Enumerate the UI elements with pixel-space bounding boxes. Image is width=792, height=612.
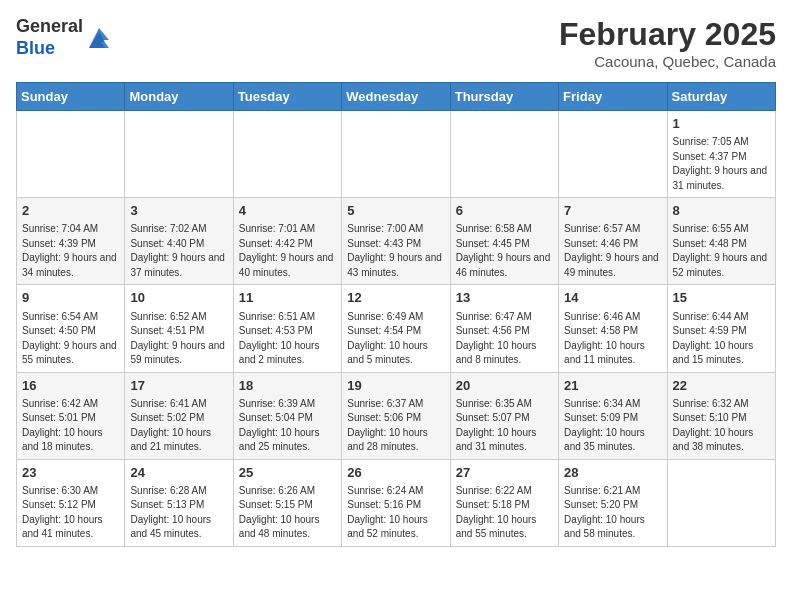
day-number: 4 [239,202,336,220]
calendar-cell: 13Sunrise: 6:47 AM Sunset: 4:56 PM Dayli… [450,285,558,372]
day-number: 13 [456,289,553,307]
day-number: 19 [347,377,444,395]
day-info: Sunrise: 6:58 AM Sunset: 4:45 PM Dayligh… [456,222,553,280]
day-info: Sunrise: 6:26 AM Sunset: 5:15 PM Dayligh… [239,484,336,542]
calendar-cell: 27Sunrise: 6:22 AM Sunset: 5:18 PM Dayli… [450,459,558,546]
calendar-week-row: 16Sunrise: 6:42 AM Sunset: 5:01 PM Dayli… [17,372,776,459]
day-info: Sunrise: 6:41 AM Sunset: 5:02 PM Dayligh… [130,397,227,455]
day-number: 16 [22,377,119,395]
day-info: Sunrise: 7:04 AM Sunset: 4:39 PM Dayligh… [22,222,119,280]
calendar-cell: 7Sunrise: 6:57 AM Sunset: 4:46 PM Daylig… [559,198,667,285]
calendar-cell: 10Sunrise: 6:52 AM Sunset: 4:51 PM Dayli… [125,285,233,372]
day-info: Sunrise: 6:37 AM Sunset: 5:06 PM Dayligh… [347,397,444,455]
day-info: Sunrise: 6:24 AM Sunset: 5:16 PM Dayligh… [347,484,444,542]
day-number: 9 [22,289,119,307]
calendar-cell: 16Sunrise: 6:42 AM Sunset: 5:01 PM Dayli… [17,372,125,459]
day-info: Sunrise: 6:57 AM Sunset: 4:46 PM Dayligh… [564,222,661,280]
logo-general: General [16,16,83,36]
calendar-cell: 22Sunrise: 6:32 AM Sunset: 5:10 PM Dayli… [667,372,775,459]
calendar-cell: 3Sunrise: 7:02 AM Sunset: 4:40 PM Daylig… [125,198,233,285]
calendar-cell: 12Sunrise: 6:49 AM Sunset: 4:54 PM Dayli… [342,285,450,372]
day-info: Sunrise: 6:52 AM Sunset: 4:51 PM Dayligh… [130,310,227,368]
day-info: Sunrise: 6:39 AM Sunset: 5:04 PM Dayligh… [239,397,336,455]
calendar-cell: 4Sunrise: 7:01 AM Sunset: 4:42 PM Daylig… [233,198,341,285]
day-number: 26 [347,464,444,482]
day-number: 17 [130,377,227,395]
calendar-cell: 1Sunrise: 7:05 AM Sunset: 4:37 PM Daylig… [667,111,775,198]
day-info: Sunrise: 6:35 AM Sunset: 5:07 PM Dayligh… [456,397,553,455]
calendar-day-header: Tuesday [233,83,341,111]
day-number: 1 [673,115,770,133]
day-number: 12 [347,289,444,307]
day-number: 18 [239,377,336,395]
calendar-cell: 15Sunrise: 6:44 AM Sunset: 4:59 PM Dayli… [667,285,775,372]
day-info: Sunrise: 6:49 AM Sunset: 4:54 PM Dayligh… [347,310,444,368]
day-info: Sunrise: 6:42 AM Sunset: 5:01 PM Dayligh… [22,397,119,455]
day-number: 5 [347,202,444,220]
calendar-header-row: SundayMondayTuesdayWednesdayThursdayFrid… [17,83,776,111]
day-info: Sunrise: 7:00 AM Sunset: 4:43 PM Dayligh… [347,222,444,280]
calendar-cell: 9Sunrise: 6:54 AM Sunset: 4:50 PM Daylig… [17,285,125,372]
calendar-cell: 19Sunrise: 6:37 AM Sunset: 5:06 PM Dayli… [342,372,450,459]
calendar-cell: 14Sunrise: 6:46 AM Sunset: 4:58 PM Dayli… [559,285,667,372]
day-info: Sunrise: 6:46 AM Sunset: 4:58 PM Dayligh… [564,310,661,368]
calendar-cell [667,459,775,546]
calendar-cell: 5Sunrise: 7:00 AM Sunset: 4:43 PM Daylig… [342,198,450,285]
calendar-cell [559,111,667,198]
calendar-cell: 25Sunrise: 6:26 AM Sunset: 5:15 PM Dayli… [233,459,341,546]
day-number: 11 [239,289,336,307]
day-number: 24 [130,464,227,482]
day-info: Sunrise: 6:44 AM Sunset: 4:59 PM Dayligh… [673,310,770,368]
calendar-day-header: Saturday [667,83,775,111]
day-number: 15 [673,289,770,307]
calendar-cell: 18Sunrise: 6:39 AM Sunset: 5:04 PM Dayli… [233,372,341,459]
logo-blue: Blue [16,38,55,58]
calendar-day-header: Friday [559,83,667,111]
calendar-cell [342,111,450,198]
header: General Blue February 2025 Cacouna, Queb… [16,16,776,70]
day-info: Sunrise: 7:05 AM Sunset: 4:37 PM Dayligh… [673,135,770,193]
day-info: Sunrise: 6:47 AM Sunset: 4:56 PM Dayligh… [456,310,553,368]
logo-icon [85,24,113,52]
day-number: 20 [456,377,553,395]
calendar-cell: 20Sunrise: 6:35 AM Sunset: 5:07 PM Dayli… [450,372,558,459]
day-number: 27 [456,464,553,482]
day-info: Sunrise: 6:34 AM Sunset: 5:09 PM Dayligh… [564,397,661,455]
calendar-cell [17,111,125,198]
day-number: 28 [564,464,661,482]
calendar-week-row: 23Sunrise: 6:30 AM Sunset: 5:12 PM Dayli… [17,459,776,546]
calendar-cell [125,111,233,198]
day-number: 21 [564,377,661,395]
calendar-day-header: Sunday [17,83,125,111]
calendar-cell [233,111,341,198]
day-number: 22 [673,377,770,395]
calendar-week-row: 9Sunrise: 6:54 AM Sunset: 4:50 PM Daylig… [17,285,776,372]
day-number: 6 [456,202,553,220]
day-info: Sunrise: 6:28 AM Sunset: 5:13 PM Dayligh… [130,484,227,542]
day-number: 8 [673,202,770,220]
calendar-week-row: 2Sunrise: 7:04 AM Sunset: 4:39 PM Daylig… [17,198,776,285]
calendar-day-header: Thursday [450,83,558,111]
calendar-day-header: Wednesday [342,83,450,111]
day-number: 2 [22,202,119,220]
day-info: Sunrise: 6:30 AM Sunset: 5:12 PM Dayligh… [22,484,119,542]
day-info: Sunrise: 6:32 AM Sunset: 5:10 PM Dayligh… [673,397,770,455]
calendar-cell: 23Sunrise: 6:30 AM Sunset: 5:12 PM Dayli… [17,459,125,546]
calendar-cell: 21Sunrise: 6:34 AM Sunset: 5:09 PM Dayli… [559,372,667,459]
calendar-week-row: 1Sunrise: 7:05 AM Sunset: 4:37 PM Daylig… [17,111,776,198]
day-info: Sunrise: 7:01 AM Sunset: 4:42 PM Dayligh… [239,222,336,280]
day-number: 10 [130,289,227,307]
day-info: Sunrise: 6:55 AM Sunset: 4:48 PM Dayligh… [673,222,770,280]
day-number: 25 [239,464,336,482]
calendar-cell: 11Sunrise: 6:51 AM Sunset: 4:53 PM Dayli… [233,285,341,372]
day-number: 3 [130,202,227,220]
calendar-cell: 6Sunrise: 6:58 AM Sunset: 4:45 PM Daylig… [450,198,558,285]
day-info: Sunrise: 6:54 AM Sunset: 4:50 PM Dayligh… [22,310,119,368]
calendar-cell: 24Sunrise: 6:28 AM Sunset: 5:13 PM Dayli… [125,459,233,546]
calendar-cell: 17Sunrise: 6:41 AM Sunset: 5:02 PM Dayli… [125,372,233,459]
calendar-cell: 2Sunrise: 7:04 AM Sunset: 4:39 PM Daylig… [17,198,125,285]
calendar-cell: 28Sunrise: 6:21 AM Sunset: 5:20 PM Dayli… [559,459,667,546]
day-info: Sunrise: 7:02 AM Sunset: 4:40 PM Dayligh… [130,222,227,280]
day-number: 7 [564,202,661,220]
day-number: 14 [564,289,661,307]
